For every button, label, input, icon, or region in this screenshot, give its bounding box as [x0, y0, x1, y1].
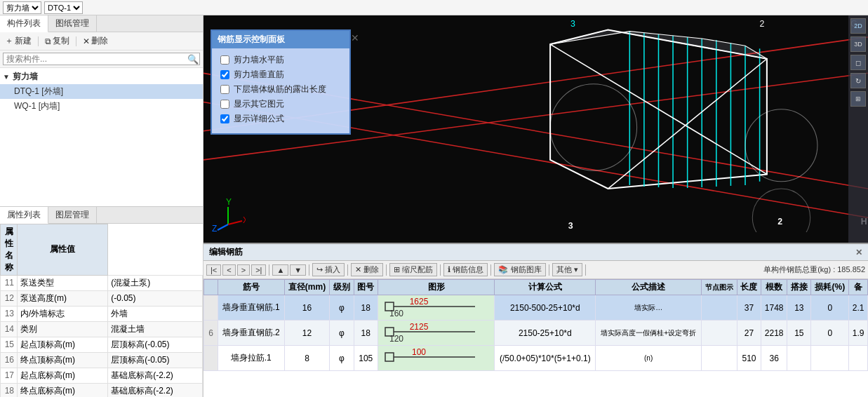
- tab-drawing-mgmt[interactable]: 图纸管理: [48, 15, 97, 32]
- rebar-shape[interactable]: 2125 120: [378, 321, 494, 346]
- tab-component-list[interactable]: 构件列表: [0, 15, 48, 32]
- search-input[interactable]: [3, 53, 200, 65]
- vt-grid-btn[interactable]: ⊞: [850, 91, 866, 107]
- prop-row: 15 起点顶标高(m) 层顶标高(-0.05): [1, 337, 203, 352]
- rebar-loss[interactable]: 0: [811, 295, 849, 321]
- rebar-formula-desc: (n): [596, 346, 702, 371]
- tree-group-shear-wall[interactable]: ▼ 剪力墙: [0, 69, 203, 84]
- vt-2d-btn[interactable]: 2D: [850, 18, 866, 34]
- rebar-graphnum[interactable]: 105: [354, 346, 378, 371]
- prop-name: 终点底标高(m): [18, 383, 108, 397]
- rebar-formula[interactable]: 2150-25+10*d: [495, 321, 596, 346]
- prop-row: 12 泵送高度(m) (-0.05): [1, 290, 203, 306]
- rebar-id: 墙身拉筋.1: [218, 346, 285, 371]
- rebar-formula[interactable]: (/50.0+05)*10*(5+1+0.1): [495, 346, 596, 371]
- re-last-btn[interactable]: >|: [251, 264, 266, 276]
- rebar-checkbox-4[interactable]: [220, 114, 229, 123]
- rebar-loss[interactable]: 0: [811, 321, 849, 346]
- vt-rotate-btn[interactable]: ↻: [850, 73, 866, 88]
- rebar-editor-close[interactable]: ✕: [855, 248, 862, 257]
- col-formuladesc: 公式描述: [596, 280, 702, 295]
- rebar-length[interactable]: 27: [737, 321, 761, 346]
- rebar-editor: 编辑钢筋 ✕ |< < > >| ▲ ▼ ↪ 插入 ✕ 删除 ⊞ 缩尺配筋 ℹ …: [203, 243, 868, 397]
- re-first-btn[interactable]: |<: [206, 264, 221, 276]
- re-insert-btn[interactable]: ↪ 插入: [312, 263, 345, 276]
- rebar-shape[interactable]: 1625 160: [378, 295, 494, 321]
- new-icon: ＋: [5, 35, 13, 47]
- rebar-shape[interactable]: 100: [378, 346, 494, 371]
- copy-button[interactable]: ⧉ 复制: [43, 34, 72, 48]
- prop-value[interactable]: 层顶标高(-0.05): [108, 352, 203, 368]
- rebar-table-row[interactable]: 墙身垂直钢筋.1 16 φ 18 1625 160 2150-500-25+10…: [204, 295, 868, 321]
- rebar-checkbox-label: 剪力墙垂直筋: [234, 69, 284, 81]
- rebar-node-img: [701, 295, 737, 321]
- rebar-panel-close[interactable]: ✕: [351, 32, 865, 43]
- re-weight-label: 单构件钢筋总重(kg) : 185.852: [763, 264, 865, 275]
- re-scale-btn[interactable]: ⊞ 缩尺配筋: [389, 263, 437, 276]
- prop-value[interactable]: 混凝土墙: [108, 321, 203, 337]
- svg-text:2: 2: [777, 217, 782, 227]
- viewport-3d[interactable]: 3 2 3 H G 2 钢筋显示控制面板 剪力墙水平筋剪力墙垂直筋下层墙体纵筋的…: [203, 15, 868, 243]
- tab-layer-mgmt[interactable]: 图层管理: [48, 207, 97, 223]
- rebar-checkbox-3[interactable]: [220, 100, 229, 109]
- prop-value[interactable]: 层顶标高(-0.05): [108, 337, 203, 352]
- rebar-overlap[interactable]: [787, 346, 811, 371]
- rebar-checkbox-0[interactable]: [220, 55, 229, 65]
- re-lib-btn[interactable]: 📚 钢筋图库: [494, 263, 545, 276]
- re-delete-btn[interactable]: ✕ 删除: [351, 263, 383, 276]
- tree-item-dtq1[interactable]: DTQ-1 [外墙]: [0, 84, 203, 99]
- rebar-overlap[interactable]: 13: [787, 295, 811, 321]
- svg-text:Z: Z: [212, 224, 217, 231]
- rebar-table-row[interactable]: 6 墙身垂直钢筋.2 12 φ 18 2125 120 2150-25+10*d…: [204, 321, 868, 346]
- property-table: 属性名称 属性值 11 泵送类型 (混凝土泵) 12 泵送高度(m) (-0.0…: [0, 224, 203, 398]
- col-diameter: 直径(mm): [284, 280, 330, 295]
- rebar-node-img: [701, 321, 737, 346]
- re-movedown-btn[interactable]: ▼: [290, 264, 306, 276]
- rebar-length[interactable]: 510: [737, 346, 761, 371]
- row-num: [204, 346, 218, 371]
- re-next-btn[interactable]: >: [237, 264, 250, 276]
- delete-button[interactable]: ✕ 删除: [81, 34, 110, 48]
- prop-row: 18 终点底标高(m) 基础底标高(-2.2): [1, 383, 203, 397]
- prop-value[interactable]: (-0.05): [108, 290, 203, 306]
- rebar-length[interactable]: 37: [737, 295, 761, 321]
- re-moveup-btn[interactable]: ▲: [272, 264, 288, 276]
- re-prev-btn[interactable]: <: [222, 264, 235, 276]
- re-sep6: [490, 264, 491, 276]
- rebar-graphnum[interactable]: 18: [354, 321, 378, 346]
- rebar-loss[interactable]: [811, 346, 849, 371]
- rebar-count[interactable]: 2218: [761, 321, 787, 346]
- rebar-overlap[interactable]: 15: [787, 321, 811, 346]
- rebar-table-row[interactable]: 墙身拉筋.1 8 φ 105 100 (/50.0+05)*10*(5+1+0.…: [204, 346, 868, 371]
- rebar-formula-desc: 墙实际…: [596, 295, 702, 321]
- tree-item-wq1[interactable]: WQ-1 [内墙]: [0, 99, 203, 114]
- rebar-grade: φ: [330, 321, 354, 346]
- tab-property-list[interactable]: 属性列表: [0, 207, 48, 224]
- search-bar: 🔍: [0, 51, 203, 68]
- new-button[interactable]: ＋ 新建: [3, 34, 34, 48]
- search-icon: 🔍: [187, 54, 199, 65]
- rebar-checkbox-1[interactable]: [220, 70, 229, 79]
- rebar-graphnum[interactable]: 18: [354, 295, 378, 321]
- rebar-count[interactable]: 36: [761, 346, 787, 371]
- dropdown-walltype[interactable]: 剪力墙: [3, 1, 41, 14]
- rebar-diameter[interactable]: 16: [284, 295, 330, 321]
- rebar-editor-toolbar: |< < > >| ▲ ▼ ↪ 插入 ✕ 删除 ⊞ 缩尺配筋 ℹ 钢筋信息 📚 …: [203, 261, 868, 279]
- dropdown-element[interactable]: DTQ-1: [44, 1, 83, 14]
- prop-value[interactable]: 外墙: [108, 306, 203, 321]
- rebar-diameter[interactable]: 12: [284, 321, 330, 346]
- prop-value[interactable]: 基础底标高(-2.2): [108, 368, 203, 383]
- rebar-checkbox-2[interactable]: [220, 85, 229, 94]
- rebar-formula-desc: 墙实际高度一假俩桂+设定弯折: [596, 321, 702, 346]
- rebar-diameter[interactable]: 8: [284, 346, 330, 371]
- rebar-formula[interactable]: 2150-500-25+10*d: [495, 295, 596, 321]
- re-other-btn[interactable]: 其他 ▾: [552, 263, 582, 276]
- rebar-panel-title: 钢筋显示控制面板: [212, 31, 349, 48]
- component-tab-bar: 构件列表 图纸管理: [0, 15, 203, 32]
- rebar-panel: 钢筋显示控制面板 剪力墙水平筋剪力墙垂直筋下层墙体纵筋的露出长度显示其它图元显示…: [211, 29, 351, 135]
- prop-value[interactable]: 基础底标高(-2.2): [108, 383, 203, 397]
- rebar-count[interactable]: 1748: [761, 295, 787, 321]
- vt-cube-btn[interactable]: ◻: [850, 55, 866, 70]
- prop-value[interactable]: (混凝土泵): [108, 275, 203, 290]
- re-info-btn[interactable]: ℹ 钢筋信息: [443, 263, 488, 276]
